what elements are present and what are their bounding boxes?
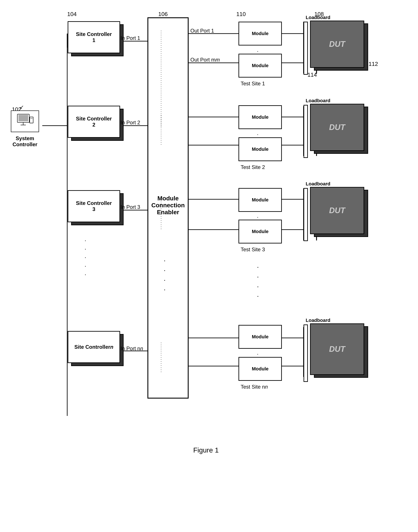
sc2-box: Site Controller2 (68, 106, 120, 138)
system-controller-icon (11, 111, 39, 132)
loadboard-1-box (303, 22, 308, 75)
sc3-box: Site Controller3 (68, 190, 120, 222)
module-nb: Module (238, 357, 282, 381)
figure-label: Figure 1 (163, 446, 249, 454)
in-port-1: In Port 1 (121, 35, 140, 41)
module-1a: Module (238, 22, 282, 45)
module-2b: Module (238, 137, 282, 161)
mce-dashes-1: ········································… (158, 30, 165, 128)
site-row-dots: ···· (257, 262, 259, 301)
dut-1-box: DUT (310, 21, 364, 68)
in-port-3: In Port 3 (121, 204, 140, 210)
ref-110: 110 (236, 11, 246, 18)
loadboard-3-label: Loadboard (306, 181, 330, 187)
loadboard-1-label: Loadboard (306, 15, 330, 20)
loadboard-n-box (303, 324, 308, 382)
mce-dashes-2: ··············· (158, 115, 165, 146)
dut-3-box: DUT (310, 187, 364, 234)
sc-dots: ····· (84, 236, 86, 278)
loadboard-2-box (303, 105, 308, 158)
test-site-2-label: Test Site 2 (241, 164, 265, 170)
out-port-m: Out Port mm (190, 57, 220, 63)
svg-rect-42 (30, 118, 33, 119)
dut-2-box: DUT (310, 104, 364, 151)
dut-n-box: DUT (310, 323, 364, 375)
in-port-n: In Port nn (121, 345, 143, 352)
loadboard-3-box (303, 188, 308, 241)
mce-label: Module Connection Enabler (143, 195, 193, 216)
loadboard-n-label: Loadboard (306, 318, 330, 323)
in-port-2: In Port 2 (121, 120, 140, 126)
ref-112: 112 (369, 61, 378, 67)
diagram: 102 ↙ System Controller 104 Site Control… (0, 0, 418, 532)
module-3b: Module (238, 220, 282, 244)
test-site-1-label: Test Site 1 (241, 81, 265, 87)
mce-dashes-4: ··············· (158, 342, 165, 373)
module-2a: Module (238, 105, 282, 129)
out-port-1: Out Port 1 (190, 28, 214, 34)
system-controller-label: System Controller (7, 135, 43, 147)
test-site-n-label: Test Site nn (241, 384, 268, 390)
module-3a: Module (238, 188, 282, 212)
sc1-box: Site Controller1 (68, 21, 120, 53)
svg-rect-38 (18, 115, 28, 121)
module-na: Module (238, 325, 282, 349)
ref-104: 104 (67, 11, 77, 18)
test-site-3-label: Test Site 3 (241, 246, 265, 253)
mce-center-dots: ···· (164, 255, 166, 294)
scn-box: Site Controllern (68, 331, 120, 363)
ref-114: 114 (307, 71, 317, 78)
ref-106: 106 (158, 11, 168, 18)
module-1b: Module (238, 54, 282, 78)
loadboard-2-label: Loadboard (306, 98, 330, 104)
svg-rect-41 (30, 117, 33, 123)
